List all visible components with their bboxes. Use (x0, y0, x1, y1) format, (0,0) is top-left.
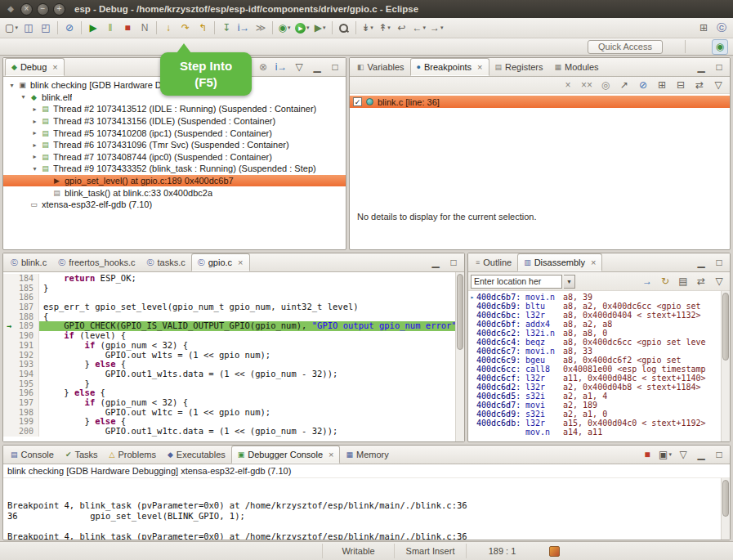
code-line[interactable]: 192 GPIO.out_w1ts = (1 << gpio_num); (3, 351, 464, 361)
previous-annotation-button[interactable]: ↟▾ (377, 20, 393, 36)
code-line[interactable]: 193 } else { (3, 360, 464, 370)
disassembly-row[interactable]: ▸400dc6b7:movi.na8, 39 (468, 293, 730, 302)
back-button[interactable]: ←▾ (411, 20, 428, 36)
maximize-button[interactable]: □ (327, 60, 343, 74)
scrollbar-thumb[interactable] (722, 480, 729, 517)
console-output[interactable]: Breakpoint 4, blink_task (pvParameter=0x… (3, 478, 730, 540)
console-scrollbar[interactable] (721, 478, 730, 540)
tab-memory[interactable]: ▦Memory (340, 446, 394, 464)
breakpoint-row[interactable]: ✓blink.c [line: 36] (350, 96, 730, 108)
view-menu-button[interactable]: ▽ (711, 274, 727, 289)
tab-registers[interactable]: ▤Registers (489, 58, 549, 76)
view-menu-button[interactable]: ▽ (675, 448, 691, 461)
breakpoint-checkbox[interactable]: ✓ (353, 97, 362, 106)
code-line[interactable]: 188{ (3, 312, 464, 322)
disassembly-scrollbar[interactable] (721, 291, 730, 441)
code-line[interactable]: 186 (3, 293, 464, 302)
debug-button[interactable]: ◉▾ (276, 20, 293, 36)
tab-outline[interactable]: ≡Outline (470, 253, 517, 271)
tab-debug[interactable]: ◆Debug× (5, 58, 65, 76)
go-to-file-button[interactable]: ↗ (616, 78, 632, 93)
location-input[interactable] (471, 275, 562, 289)
disassembly-row[interactable]: 400dc6c9:bgeua8, 0x400dc6f2 <gpio_set_ (468, 356, 730, 365)
search-button[interactable] (336, 20, 352, 36)
maximize-button[interactable]: □ (711, 256, 727, 269)
code-line[interactable]: →189 GPIO_CHECK(GPIO_IS_VALID_OUTPUT_GPI… (3, 321, 464, 331)
navigate-to-pc-button[interactable]: → (639, 274, 655, 289)
minimize-button[interactable]: ▁ (693, 448, 709, 461)
close-icon[interactable]: × (238, 258, 243, 267)
close-icon[interactable]: × (591, 258, 596, 267)
tab-executables[interactable]: ◆Executables (162, 446, 231, 464)
step-return-button[interactable]: ↰ (194, 20, 211, 36)
step-into-button[interactable]: ↓ (160, 20, 177, 36)
terminate-button[interactable]: ■ (119, 20, 136, 36)
code-line[interactable]: 187esp_err_t gpio_set_level(gpio_num_t g… (3, 302, 464, 312)
debug-tree-item[interactable]: ▸▤Thread #5 1073410208 (ipc1) (Suspended… (3, 127, 346, 139)
disassembly-row[interactable]: 400dc6cc:call80x40081e00 <esp_log_timest… (468, 365, 730, 374)
code-line[interactable]: 197 if (gpio_num < 32) { (3, 398, 464, 408)
resume-button[interactable]: ▶ (85, 20, 101, 36)
maximize-button[interactable]: □ (711, 60, 727, 74)
disassembly-row[interactable]: 400dc6d7:movia2, 189 (468, 401, 730, 410)
save-button[interactable]: ◫ (20, 20, 37, 36)
tab-console[interactable]: ▤Console (5, 446, 60, 464)
disassembly-listing[interactable]: ▸400dc6b7:movi.na8, 39400dc6b9:bltua8, a… (468, 291, 730, 441)
window-close-button[interactable]: × (20, 3, 33, 16)
disassembly-row[interactable]: 400dc6bc:l32ra8, 0x400d0404 <_stext+1132… (468, 311, 730, 320)
disassembly-row[interactable]: 400dc6cf:l32ra11, 0x400d048c <_stext+114… (468, 374, 730, 383)
instruction-stepping-button[interactable]: i→ (273, 60, 289, 74)
disassembly-row[interactable]: 400dc6c4:beqza8, 0x400dc6cc <gpio_set_le… (468, 338, 730, 347)
close-icon[interactable]: × (329, 450, 333, 459)
tab-variables[interactable]: ◧Variables (351, 58, 410, 76)
forward-button[interactable]: →▾ (428, 20, 445, 36)
debug-tree-item[interactable]: ▾▤Thread #9 1073433352 (blink_task : Run… (3, 163, 346, 175)
tree-expander-icon[interactable]: ▸ (29, 141, 40, 149)
disassembly-row[interactable]: 400dc6c2:l32i.na8, a8, 0 (468, 329, 730, 338)
minimize-button[interactable]: ▁ (693, 60, 709, 74)
window-minimize-button[interactable]: − (37, 3, 49, 16)
window-maximize-button[interactable]: + (53, 3, 65, 16)
link-with-debug-button[interactable]: ⇄ (691, 78, 708, 93)
tab-problems[interactable]: △Problems (104, 446, 162, 464)
save-all-button[interactable]: ◰ (38, 20, 54, 36)
minimize-button[interactable]: ▁ (693, 256, 709, 269)
code-line[interactable]: 200 GPIO.out1_w1tc.data = (1 << (gpio_nu… (3, 427, 464, 437)
minimize-button[interactable]: ▁ (427, 256, 444, 269)
tree-expander-icon[interactable]: ▸ (29, 153, 40, 160)
code-line[interactable]: 190 if (level) { (3, 331, 464, 341)
skip-all-breakpoints-button[interactable]: ⊘ (635, 78, 651, 93)
disassembly-row[interactable]: 400dc6bf:addx4a8, a2, a8 (468, 320, 730, 329)
c-cpp-perspective-button[interactable]: ⓒ (713, 20, 730, 36)
tab-modules[interactable]: ▦Modules (549, 58, 605, 76)
next-annotation-button[interactable]: ↡▾ (360, 20, 376, 36)
instruction-stepping-button[interactable]: i→ (235, 20, 252, 36)
debug-tree-item[interactable]: ▭xtensa-esp32-elf-gdb (7.10) (3, 199, 346, 211)
code-line[interactable]: 185} (3, 284, 464, 293)
tab-tasks-c[interactable]: ⓒtasks.c (141, 253, 191, 271)
view-menu-button[interactable]: ▽ (291, 60, 307, 74)
collapse-all-button[interactable]: ⊟ (673, 78, 689, 93)
tree-expander-icon[interactable]: ▾ (29, 165, 40, 172)
disassembly-row[interactable]: 400dc6db:l32ra15, 0x400d04c0 <_stext+119… (468, 419, 730, 428)
run-button[interactable]: ▶▾ (293, 20, 311, 36)
disassembly-row[interactable]: 400dc6d2:l32ra2, 0x400d04b8 <_stext+1184… (468, 383, 730, 392)
disassembly-row[interactable]: 400dc6d5:s32ia2, a1, 4 (468, 392, 730, 401)
disassembly-row[interactable]: 400dc6c7:movi.na8, 33 (468, 347, 730, 356)
code-line[interactable]: 199 } else { (3, 417, 464, 427)
sync-selection-button[interactable]: ⇄ (693, 274, 709, 289)
disassembly-row[interactable]: 400dc6d9:s32ia2, a1, 0 (468, 410, 730, 419)
code-line[interactable]: 194 GPIO.out1_w1ts.data = (1 << (gpio_nu… (3, 370, 464, 379)
tab-gpio-c[interactable]: ⓒgpio.c× (191, 253, 250, 271)
tab-blink-c[interactable]: ⓒblink.c (5, 253, 52, 271)
debug-tree-item[interactable]: ▸▤Thread #3 1073413156 (IDLE) (Suspended… (3, 115, 346, 128)
expand-all-button[interactable]: ⊞ (654, 78, 670, 93)
disassembly-row[interactable]: mov.na14, a11 (468, 428, 730, 437)
maximize-button[interactable]: □ (445, 256, 462, 269)
minimize-button[interactable]: ▁ (309, 60, 325, 74)
debug-tree-item[interactable]: ▤blink_task() at blink.c:33 0x400dbc2a (3, 186, 346, 199)
show-breakpoints-supported-button[interactable]: ◎ (597, 78, 614, 93)
tree-expander-icon[interactable]: ▾ (18, 93, 29, 101)
debug-tree-item[interactable]: ▸▤Thread #7 1073408744 (ipc0) (Suspended… (3, 151, 346, 164)
step-over-button[interactable]: ↷ (177, 20, 194, 36)
